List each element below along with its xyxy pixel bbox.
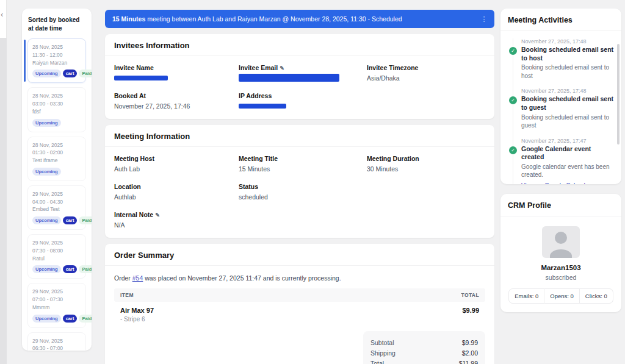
activity-item: ✓ November 27, 2025, 17:48 Booking sched…	[521, 88, 615, 129]
meeting-activities-title: Meeting Activities	[500, 9, 621, 31]
activity-title: Booking scheduled email sent to host	[521, 46, 615, 62]
field-label: Location	[114, 183, 239, 190]
booking-name: Mmmm	[32, 304, 81, 312]
order-item-row: Air Max 97 - Stripe 6 $9.99	[114, 302, 485, 325]
crm-contact-name: Marzan1503	[500, 264, 621, 271]
crm-stat-emails: Emails: 0	[508, 288, 544, 304]
activity-title: Booking scheduled email sent to guest	[521, 95, 615, 112]
avatar-person-icon	[555, 232, 567, 244]
booking-card[interactable]: 28 Nov, 2025 11:30 - 12:00 Raiyan Marzan…	[27, 38, 86, 83]
invitees-information-card: Invitees Information Invitee Name Invite…	[105, 34, 494, 119]
activity-timeline: ✓ November 27, 2025, 17:48 Booking sched…	[513, 38, 615, 184]
status-badge: Upcoming	[32, 168, 61, 176]
edit-note-icon[interactable]: ✎	[155, 212, 160, 218]
status-badge: Upcoming	[32, 265, 61, 273]
totals-label: Subtotal	[370, 339, 394, 346]
crm-stats-row: Emails: 0 Opens: 0 Clicks: 0	[507, 288, 615, 304]
meeting-information-title: Meeting Information	[105, 125, 494, 147]
booking-time: 07:00 - 07:30	[32, 296, 81, 304]
booking-card[interactable]: 29 Nov, 2025 06:30 - 07:00 Mmmm Upcoming…	[27, 332, 86, 351]
paid-badge: Paid	[79, 70, 92, 77]
totals-row-subtotal: Subtotal $9.99	[370, 337, 478, 348]
order-number-link[interactable]: #54	[132, 274, 143, 282]
booking-list-sidebar: Sorted by booked at date time 28 Nov, 20…	[22, 9, 92, 351]
booking-time: 06:30 - 07:00	[32, 344, 81, 351]
activity-timestamp: November 27, 2025, 17:48	[521, 38, 615, 45]
field-internal-note: Internal Note✎ N/A	[114, 211, 239, 229]
booking-card[interactable]: 28 Nov, 2025 03:00 - 03:30 fdsf Upcoming	[27, 87, 86, 132]
activities-scrollbar[interactable]	[617, 44, 620, 145]
redacted-invitee-email	[239, 74, 339, 82]
crm-subscription-status: subscribed	[500, 274, 621, 281]
booking-time: 03:00 - 03:30	[32, 100, 81, 108]
redacted-ip-address	[239, 104, 286, 109]
field-label-text: Internal Note	[114, 211, 153, 218]
order-item-name: Air Max 97	[120, 307, 154, 314]
activity-timestamp: November 27, 2025, 17:47	[521, 138, 615, 144]
meeting-information-card: Meeting Information Meeting Host Auth La…	[105, 125, 494, 238]
right-panel: Meeting Activities ✓ November 27, 2025, …	[500, 9, 621, 312]
booking-date: 28 Nov, 2025	[32, 92, 81, 100]
collapse-sidebar-icon[interactable]: ‹	[1, 10, 3, 19]
field-label: Booked At	[114, 92, 239, 99]
order-col-total: TOTAL	[461, 292, 479, 298]
field-invitee-email: Invitee Email✎	[239, 64, 367, 82]
field-label: Internal Note✎	[114, 211, 239, 218]
booking-date: 28 Nov, 2025	[32, 43, 81, 51]
cart-badge: cart	[63, 265, 78, 273]
totals-label: Shipping	[370, 349, 396, 357]
order-intro-suffix: was placed on November 27, 2025 11:47 an…	[143, 274, 341, 282]
field-value: Asia/Dhaka	[367, 74, 485, 82]
activity-description: Booking scheduled email sent to guest	[521, 113, 615, 130]
field-meeting-title: Meeting Title 15 Minutes	[239, 155, 367, 173]
totals-row-total: Total $11.99	[370, 358, 478, 364]
field-status: Status scheduled	[239, 183, 367, 201]
totals-value: $9.99	[462, 339, 478, 346]
booking-date: 29 Nov, 2025	[32, 190, 81, 198]
booking-card[interactable]: 29 Nov, 2025 04:00 - 04:30 Embed Test Up…	[27, 185, 86, 230]
field-value: Auth Lab	[114, 165, 239, 173]
left-collapse-rail	[0, 0, 7, 364]
field-label: Meeting Title	[239, 155, 367, 162]
booking-time: 01:30 - 02:00	[32, 149, 81, 157]
field-booked-at: Booked At November 27, 2025, 17:46	[114, 92, 239, 110]
field-label: Meeting Duration	[367, 155, 485, 162]
crm-profile-title: CRM Profile	[500, 194, 621, 216]
avatar-person-icon	[550, 249, 572, 258]
sidebar-sort-title: Sorted by booked at date time	[28, 16, 85, 33]
booking-card[interactable]: 29 Nov, 2025 07:00 - 07:30 Mmmm Upcoming…	[27, 283, 86, 327]
booking-name: Embed Test	[32, 205, 81, 213]
paid-badge: Paid	[79, 216, 92, 224]
paid-badge: Paid	[79, 315, 92, 323]
cart-badge: cart	[63, 70, 78, 77]
field-label: Meeting Host	[114, 155, 239, 162]
edit-email-icon[interactable]: ✎	[280, 65, 284, 71]
booking-time: 04:00 - 04:30	[32, 198, 81, 206]
order-col-item: ITEM	[120, 292, 134, 298]
field-value: Authlab	[114, 193, 239, 201]
order-summary-card: Order Summary Order #54 was placed on No…	[105, 244, 494, 364]
booking-date: 29 Nov, 2025	[32, 239, 81, 247]
field-value: 30 Minutes	[367, 165, 485, 173]
activity-description: Booking scheduled email sent to host	[521, 63, 615, 80]
field-label: Invitee Email✎	[239, 64, 367, 71]
order-item-total: $9.99	[462, 307, 479, 323]
status-badge: Upcoming	[32, 119, 61, 127]
check-circle-icon: ✓	[509, 47, 517, 55]
booking-card[interactable]: 28 Nov, 2025 01:30 - 02:00 Test iframe U…	[27, 137, 86, 181]
totals-value: $11.99	[459, 360, 478, 364]
paid-badge: Paid	[79, 265, 92, 273]
field-label: Invitee Timezone	[367, 64, 485, 71]
field-label: IP Address	[239, 92, 367, 99]
booking-card[interactable]: 29 Nov, 2025 07:30 - 08:00 Ratul Upcomin…	[27, 234, 86, 279]
field-label: Status	[239, 183, 367, 190]
kebab-menu-icon[interactable]: ⋮	[479, 13, 490, 24]
order-item-variant: - Stripe 6	[120, 316, 154, 323]
view-on-google-calendar-link[interactable]: View on Google Calendar	[521, 182, 591, 184]
field-label: Invitee Name	[114, 64, 239, 71]
booking-date: 28 Nov, 2025	[32, 141, 81, 149]
check-circle-icon: ✓	[509, 96, 517, 104]
booking-name: Ratul	[32, 255, 81, 263]
totals-row-shipping: Shipping $2.00	[370, 348, 478, 358]
meeting-header-banner: 15 Minutes meeting between Auth Lab and …	[105, 10, 494, 28]
